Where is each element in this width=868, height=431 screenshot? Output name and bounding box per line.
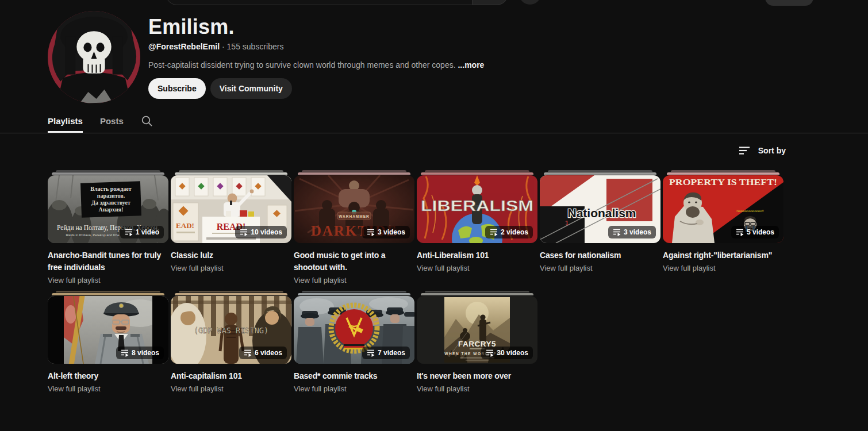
playlist-thumbnail[interactable]: (GDP WAS RISING) 6 videos [171, 296, 291, 364]
playlist-stack-line [298, 293, 410, 295]
subscriber-count: · 155 subscribers [220, 42, 283, 51]
playlist-title[interactable]: Against right-"libertarianism" [663, 249, 781, 261]
playlist-stack-line [425, 170, 529, 172]
playlist-thumbnail[interactable]: 7 videos [294, 296, 414, 364]
playlist-thumbnail[interactable]: PROPERTY IS THEFT! Noooooooooooo!! [663, 175, 783, 243]
mic-button[interactable] [519, 0, 541, 5]
svg-text:Власть рождает: Власть рождает [90, 186, 131, 192]
playlist-card: LIBERALISM 2 videos Anti-Liberalism 101 … [417, 170, 537, 291]
svg-text:Nationalism: Nationalism [567, 206, 636, 220]
video-count-label: 7 videos [378, 349, 405, 357]
sort-by-label: Sort by [758, 146, 786, 155]
playlist-title[interactable]: Good music to get into a shootout with. [294, 249, 412, 274]
video-count-label: 3 videos [378, 228, 405, 236]
playlist-title[interactable]: Cases for nationalism [540, 249, 658, 261]
playlist-stack-line [52, 293, 164, 295]
view-full-playlist-link[interactable]: View full playlist [294, 276, 414, 284]
svg-text:LIBERALISM: LIBERALISM [421, 198, 533, 214]
playlist-title[interactable]: Alt-left theory [48, 370, 166, 382]
playlist-icon [736, 228, 744, 236]
video-count-badge: 5 videos [731, 226, 779, 238]
playlist-thumbnail[interactable]: WARHAMMER DARKTIDE 3 videos [294, 175, 414, 243]
video-count-badge: 8 videos [116, 347, 164, 359]
video-count-badge: 10 videos [235, 226, 287, 238]
video-count-label: 8 videos [132, 349, 159, 357]
topbar-right-button[interactable] [765, 0, 813, 6]
video-count-badge: 3 videos [362, 226, 410, 238]
svg-text:WARHAMMER: WARHAMMER [339, 214, 369, 218]
search-button[interactable] [473, 0, 508, 5]
playlist-stack-line [175, 172, 287, 175]
playlist-thumbnail[interactable]: LIBERALISM 2 videos [417, 175, 537, 243]
playlist-title[interactable]: Based* commie tracks [294, 370, 412, 382]
playlist-icon [125, 228, 133, 236]
playlist-thumbnail[interactable]: Власть рождает паразитов. Да здравствует… [48, 175, 168, 243]
tab-playlists[interactable]: Playlists [48, 109, 83, 133]
svg-text:(GDP WAS RISING): (GDP WAS RISING) [194, 326, 268, 335]
playlist-icon [613, 228, 621, 236]
video-count-badge: 30 videos [481, 347, 533, 359]
view-full-playlist-link[interactable]: View full playlist [48, 384, 168, 393]
playlist-card: READ! EAD! 10 videos Classic lulz View f… [171, 170, 291, 291]
playlist-card: FARCRY5 WHEN THE WORLD FALLS 30 videos I… [417, 291, 537, 411]
playlist-title[interactable]: It's never been more over [417, 370, 535, 382]
playlist-stack-line [179, 170, 283, 172]
visit-community-button[interactable]: Visit Community [210, 78, 292, 99]
more-link[interactable]: ...more [458, 60, 484, 70]
playlist-title[interactable]: Anti-Liberalism 101 [417, 249, 535, 261]
playlist-thumbnail[interactable]: Nationalism 1 3 videos [540, 175, 660, 243]
view-full-playlist-link[interactable]: View full playlist [417, 384, 537, 393]
playlist-thumbnail[interactable]: READ! EAD! 10 videos [171, 175, 291, 243]
playlist-icon [244, 349, 252, 357]
view-full-playlist-link[interactable]: View full playlist [294, 384, 414, 393]
sort-by-control[interactable]: Sort by [739, 146, 786, 155]
video-count-label: 10 videos [251, 228, 282, 236]
playlist-card: 8 videos Alt-left theory View full playl… [48, 291, 168, 411]
playlist-stack-line [175, 293, 287, 295]
filter-icon [739, 146, 751, 155]
video-count-badge: 1 video [120, 226, 164, 238]
playlist-stack-line [56, 291, 160, 293]
playlist-title[interactable]: Classic lulz [171, 249, 289, 261]
playlist-card: WARHAMMER DARKTIDE 3 videos Good music t… [294, 170, 414, 291]
playlist-stack-line [421, 293, 533, 295]
view-full-playlist-link[interactable]: View full playlist [171, 264, 291, 272]
video-count-badge: 3 videos [608, 226, 656, 238]
video-count-label: 3 videos [624, 228, 651, 236]
view-full-playlist-link[interactable]: View full playlist [171, 384, 291, 393]
view-full-playlist-link[interactable]: View full playlist [540, 264, 660, 272]
playlist-thumbnail[interactable]: 8 videos [48, 296, 168, 364]
playlist-title[interactable]: Anti-capitalism 101 [171, 370, 289, 382]
channel-description: Post-capitalist dissident trying to surv… [148, 60, 484, 70]
video-count-label: 2 videos [501, 228, 528, 236]
svg-text:1: 1 [565, 220, 569, 226]
playlist-title[interactable]: Anarcho-Bandit tunes for truly free indi… [48, 249, 166, 274]
playlist-stack-line [548, 170, 652, 172]
playlist-thumbnail[interactable]: FARCRY5 WHEN THE WORLD FALLS 30 videos [417, 296, 537, 364]
playlist-grid: Власть рождает паразитов. Да здравствует… [48, 170, 783, 411]
tab-search-button[interactable] [141, 109, 153, 133]
playlist-card: 7 videos Based* commie tracks View full … [294, 291, 414, 411]
playlist-stack-line [421, 172, 533, 175]
view-full-playlist-link[interactable]: View full playlist [663, 264, 783, 272]
playlist-card: Власть рождает паразитов. Да здравствует… [48, 170, 168, 291]
tab-posts[interactable]: Posts [100, 109, 124, 133]
video-count-label: 1 video [136, 228, 159, 236]
search-input[interactable] [166, 0, 473, 5]
svg-text:Noooooooooooo!!: Noooooooooooo!! [736, 209, 764, 213]
channel-avatar [48, 11, 140, 103]
view-full-playlist-link[interactable]: View full playlist [48, 276, 168, 284]
tabbar-divider [0, 133, 868, 133]
playlist-card: PROPERTY IS THEFT! Noooooooooooo!! [663, 170, 783, 291]
view-full-playlist-link[interactable]: View full playlist [417, 264, 537, 272]
channel-handle: @ForestRebelEmil [148, 42, 220, 51]
subscribe-button[interactable]: Subscribe [148, 78, 206, 99]
video-count-badge: 2 videos [485, 226, 533, 238]
playlist-stack-line [298, 172, 410, 175]
playlist-stack-line [302, 170, 406, 172]
svg-text:Анархия!: Анархия! [98, 206, 123, 213]
playlist-card: (GDP WAS RISING) 6 videos Anti-capitalis… [171, 291, 291, 411]
video-count-badge: 7 videos [362, 347, 410, 359]
svg-text:PROPERTY IS THEFT!: PROPERTY IS THEFT! [669, 178, 777, 187]
playlist-icon [490, 228, 498, 236]
